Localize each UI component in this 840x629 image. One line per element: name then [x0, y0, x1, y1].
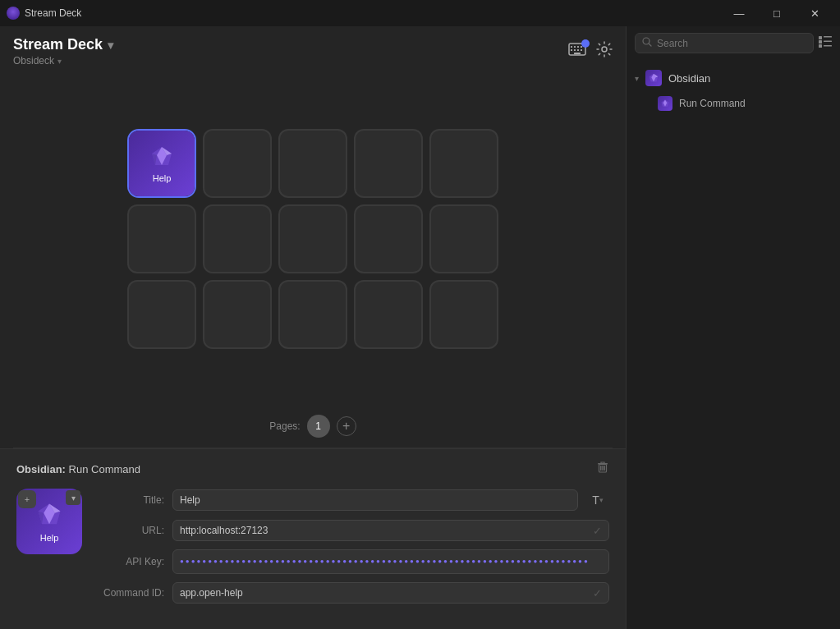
deck-title-text: Stream Deck: [13, 36, 103, 53]
header: Stream Deck ▾ Obsideck ▾: [0, 26, 626, 73]
deck-subtitle-chevron: ▾: [57, 57, 62, 66]
apikey-dots: ●●●●●●●●●●●●●●●●●●●●●●●●●●●●●●●●●●●●●●●●…: [173, 550, 608, 573]
commandid-field-row: Command ID: ✓: [99, 582, 609, 604]
details-icon-area: Help + ▾: [16, 489, 82, 554]
grid-cell-12[interactable]: [278, 280, 347, 349]
grid-cell-5[interactable]: [127, 204, 196, 273]
apikey-input-wrap: ●●●●●●●●●●●●●●●●●●●●●●●●●●●●●●●●●●●●●●●●…: [172, 549, 609, 574]
url-input[interactable]: [173, 521, 586, 540]
grid-cell-9[interactable]: [429, 204, 498, 273]
right-panel: ▾ Obsidian Run Co: [627, 26, 840, 629]
details-breadcrumb: Obsidian: Run Command: [16, 463, 140, 475]
svg-rect-3: [577, 46, 579, 48]
grid-cell-7[interactable]: [278, 204, 347, 273]
deck-subtitle[interactable]: Obsideck ▾: [13, 55, 113, 67]
list-view-button[interactable]: [819, 36, 832, 51]
grid-cell-10[interactable]: [127, 280, 196, 349]
list-icon: [819, 36, 832, 50]
commandid-label: Command ID:: [99, 587, 164, 599]
plugin-item-run-command[interactable]: Run Command: [627, 91, 840, 116]
grid-cell-1[interactable]: [203, 129, 272, 198]
chevron-down-icon: ▾: [71, 494, 76, 503]
deck-title[interactable]: Stream Deck ▾: [13, 36, 113, 53]
close-button[interactable]: ✕: [796, 0, 833, 26]
search-box: [635, 33, 814, 53]
url-input-wrap: ✓: [172, 520, 609, 541]
svg-rect-9: [574, 53, 581, 54]
grid-cell-8[interactable]: [354, 204, 423, 273]
svg-rect-5: [571, 49, 572, 51]
page-1-button[interactable]: 1: [307, 415, 330, 438]
header-icons: [568, 41, 613, 62]
right-header: [627, 26, 840, 60]
grid-cell-4[interactable]: [429, 129, 498, 198]
obsidian-plugin-icon: [645, 70, 662, 86]
title-input[interactable]: [173, 490, 577, 510]
grid-cell-0[interactable]: Help: [127, 129, 196, 198]
search-icon: [642, 37, 652, 49]
svg-rect-27: [824, 36, 832, 38]
svg-rect-31: [824, 45, 832, 47]
svg-rect-17: [604, 466, 606, 471]
app-icon: [7, 7, 20, 20]
svg-rect-15: [600, 466, 602, 471]
pages-area: Pages: 1 +: [0, 405, 626, 448]
details-panel: Obsidian: Run Command: [0, 448, 626, 629]
obsidian-plugin-name: Obsidian: [668, 72, 710, 85]
search-input[interactable]: [657, 38, 806, 49]
details-plugin-name: Obsidian:: [16, 463, 66, 475]
grid-cell-13[interactable]: [354, 280, 423, 349]
notification-badge: [581, 39, 590, 48]
svg-point-10: [602, 47, 607, 52]
svg-rect-8: [581, 49, 582, 51]
svg-rect-30: [819, 44, 822, 48]
delete-button[interactable]: [596, 461, 609, 477]
commandid-checkmark-icon: ✓: [586, 587, 608, 599]
titlebar-left: Stream Deck: [7, 7, 81, 20]
main-layout: Stream Deck ▾ Obsideck ▾: [0, 26, 840, 629]
svg-rect-1: [571, 46, 572, 48]
svg-rect-7: [577, 49, 579, 51]
apikey-label: API Key:: [99, 556, 164, 567]
details-action-name-text: Run Command: [69, 463, 140, 475]
title-label: Title:: [99, 494, 164, 506]
devices-button[interactable]: [568, 43, 586, 60]
apikey-field-row: API Key: ●●●●●●●●●●●●●●●●●●●●●●●●●●●●●●●…: [99, 549, 609, 574]
commandid-input[interactable]: [173, 583, 586, 603]
svg-rect-29: [824, 40, 832, 42]
commandid-input-wrap: ✓: [172, 582, 609, 604]
url-field-row: URL: ✓: [99, 520, 609, 541]
plugin-header-obsidian[interactable]: ▾ Obsidian: [627, 65, 840, 91]
title-input-wrap: [172, 489, 578, 511]
icon-add-overlay[interactable]: +: [18, 490, 36, 508]
minimize-button[interactable]: —: [720, 0, 758, 26]
grid-cell-2[interactable]: [278, 129, 347, 198]
maximize-button[interactable]: □: [758, 0, 796, 26]
grid-cell-0-content: Help: [129, 131, 195, 196]
grid-cell-14[interactable]: [429, 280, 498, 349]
add-page-button[interactable]: +: [337, 416, 356, 436]
obsidian-expand-icon: ▾: [635, 74, 639, 83]
url-label: URL:: [99, 525, 164, 536]
svg-line-25: [650, 44, 652, 47]
details-obsidian-icon: [34, 500, 64, 530]
settings-button[interactable]: [596, 41, 613, 62]
grid-cell-3[interactable]: [354, 129, 423, 198]
run-command-icon: [658, 96, 672, 111]
left-panel: Stream Deck ▾ Obsideck ▾: [0, 26, 627, 629]
svg-rect-28: [819, 40, 822, 44]
trash-icon: [596, 462, 609, 476]
icon-chevron[interactable]: ▾: [66, 490, 80, 505]
svg-rect-2: [574, 46, 576, 48]
titlebar-title: Stream Deck: [25, 7, 81, 19]
gear-icon: [596, 41, 613, 62]
run-command-label: Run Command: [679, 98, 746, 109]
grid-cell-11[interactable]: [203, 280, 272, 349]
titlebar: Stream Deck — □ ✕: [0, 0, 840, 26]
title-format-button[interactable]: T ▾: [586, 489, 609, 512]
grid-cell-6[interactable]: [203, 204, 272, 273]
url-checkmark-icon: ✓: [586, 525, 608, 537]
details-fields: Title: T ▾ URL: ✓: [99, 489, 609, 604]
chevron-small-icon: ▾: [599, 496, 604, 504]
grid-area: Help: [0, 73, 626, 405]
